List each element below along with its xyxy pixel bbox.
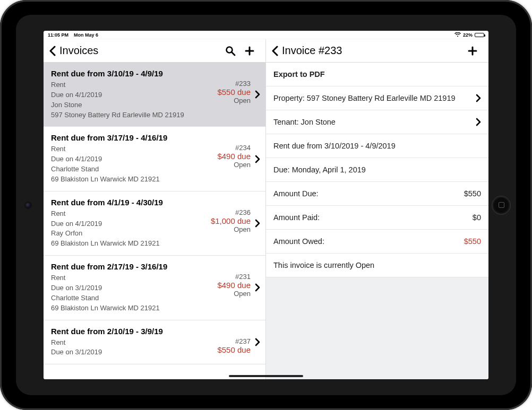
chevron-right-icon bbox=[251, 198, 260, 249]
invoice-item-tenant: Charlotte Stand bbox=[51, 293, 217, 303]
detail-title: Invoice #233 bbox=[282, 45, 342, 57]
invoice-item-category: Rent bbox=[51, 273, 217, 283]
property-label: Property: 597 Stoney Battery Rd Earlevil… bbox=[273, 94, 471, 102]
due-date-label: Due: Monday, April 1, 2019 bbox=[273, 165, 481, 174]
export-pdf-label: Export to PDF bbox=[273, 70, 481, 78]
invoice-item-due: Due on 4/1/2019 bbox=[51, 154, 217, 164]
chevron-right-icon bbox=[476, 118, 481, 126]
invoice-item-main: Rent due from 4/1/19 - 4/30/19RentDue on… bbox=[51, 198, 211, 249]
invoice-item-tenant: Ray Orfon bbox=[51, 229, 211, 239]
invoice-item-title: Rent due from 3/10/19 - 4/9/19 bbox=[51, 69, 217, 78]
invoice-item-right: #237$550 due bbox=[217, 327, 251, 358]
status-date: Mon May 6 bbox=[74, 32, 98, 38]
invoice-item-due: Due on 4/1/2019 bbox=[51, 219, 211, 229]
invoice-item-due: Due on 3/1/2019 bbox=[51, 283, 217, 293]
status-time-date: 11:05 PM Mon May 6 bbox=[48, 32, 98, 38]
invoice-item-right: #236$1,000 dueOpen bbox=[211, 198, 251, 249]
invoice-item-category: Rent bbox=[51, 144, 217, 154]
camera-dot bbox=[25, 203, 31, 208]
status-time: 11:05 PM bbox=[48, 32, 68, 38]
invoice-item-address: 69 Blakiston Ln Warwick MD 21921 bbox=[51, 239, 211, 249]
home-button[interactable] bbox=[492, 196, 511, 215]
invoice-item-amount: $550 due bbox=[217, 88, 251, 97]
invoice-item-number: #233 bbox=[217, 80, 251, 88]
amount-owed-row: Amount Owed: $550 bbox=[266, 230, 488, 254]
invoice-item-status: Open bbox=[217, 290, 251, 298]
chevron-right-icon bbox=[476, 94, 481, 102]
chevron-right-icon bbox=[251, 327, 260, 358]
invoice-item-main: Rent due from 2/17/19 - 3/16/19RentDue o… bbox=[51, 262, 217, 313]
invoice-item[interactable]: Rent due from 2/17/19 - 3/16/19RentDue o… bbox=[44, 256, 265, 320]
amount-due-row: Amount Due: $550 bbox=[266, 182, 488, 206]
invoice-item-address: 597 Stoney Battery Rd Earleville MD 2191… bbox=[51, 110, 217, 120]
home-indicator[interactable] bbox=[229, 375, 303, 377]
invoice-status-text: This invoice is currently Open bbox=[273, 261, 481, 269]
detail-back-icon[interactable] bbox=[271, 46, 279, 56]
amount-owed-label: Amount Owed: bbox=[273, 237, 464, 246]
invoice-item[interactable]: Rent due from 3/17/19 - 4/16/19RentDue o… bbox=[44, 127, 265, 191]
invoice-item-category: Rent bbox=[51, 338, 217, 348]
detail-nav: Invoice #233 bbox=[266, 39, 488, 63]
export-pdf-row[interactable]: Export to PDF bbox=[266, 63, 488, 86]
amount-paid-row: Amount Paid: $0 bbox=[266, 206, 488, 230]
amount-owed-value: $550 bbox=[464, 237, 481, 246]
invoice-item[interactable]: Rent due from 3/10/19 - 4/9/19RentDue on… bbox=[44, 63, 265, 127]
invoice-item-number: #234 bbox=[217, 144, 251, 152]
invoice-item-status: Open bbox=[217, 97, 251, 104]
invoice-item[interactable]: Rent due from 4/1/19 - 4/30/19RentDue on… bbox=[44, 191, 265, 256]
wifi-icon bbox=[454, 32, 461, 37]
tenant-label: Tenant: Jon Stone bbox=[273, 118, 471, 126]
invoice-item-amount: $490 due bbox=[217, 281, 251, 290]
add-invoice-icon[interactable] bbox=[244, 46, 260, 56]
invoice-item-due: Due on 3/1/2019 bbox=[51, 347, 217, 357]
invoice-status-row: This invoice is currently Open bbox=[266, 254, 488, 277]
invoice-item-category: Rent bbox=[51, 80, 217, 90]
period-row: Rent due from 3/10/2019 - 4/9/2019 bbox=[266, 134, 488, 158]
invoice-item-main: Rent due from 2/10/19 - 3/9/19RentDue on… bbox=[51, 327, 217, 358]
amount-paid-label: Amount Paid: bbox=[273, 213, 473, 222]
invoices-title: Invoices bbox=[59, 45, 98, 57]
due-date-row: Due: Monday, April 1, 2019 bbox=[266, 158, 488, 182]
add-detail-icon[interactable] bbox=[467, 46, 483, 56]
ipad-bezel: 11:05 PM Mon May 6 22% bbox=[16, 15, 516, 395]
invoice-item[interactable]: Rent due from 2/10/19 - 3/9/19RentDue on… bbox=[44, 320, 265, 365]
invoice-item-main: Rent due from 3/17/19 - 4/16/19RentDue o… bbox=[51, 133, 217, 184]
split-content: Invoices Rent due from 3/10/19 - 4/9/19R… bbox=[44, 39, 488, 379]
property-row[interactable]: Property: 597 Stoney Battery Rd Earlevil… bbox=[266, 86, 488, 110]
invoice-item-status: Open bbox=[217, 161, 251, 169]
chevron-right-icon bbox=[251, 133, 260, 184]
invoice-item-amount: $1,000 due bbox=[211, 216, 251, 225]
ipad-frame: 11:05 PM Mon May 6 22% bbox=[0, 0, 532, 410]
tenant-row[interactable]: Tenant: Jon Stone bbox=[266, 110, 488, 134]
status-bar: 11:05 PM Mon May 6 22% bbox=[44, 31, 488, 39]
invoice-item-main: Rent due from 3/10/19 - 4/9/19RentDue on… bbox=[51, 69, 217, 120]
invoice-item-tenant: Jon Stone bbox=[51, 100, 217, 110]
invoice-item-amount: $490 due bbox=[217, 152, 251, 161]
screen: 11:05 PM Mon May 6 22% bbox=[44, 31, 488, 379]
invoice-item-title: Rent due from 3/17/19 - 4/16/19 bbox=[51, 133, 217, 142]
invoice-item-address: 69 Blakiston Ln Warwick MD 21921 bbox=[51, 175, 217, 185]
invoice-item-address: 69 Blakiston Ln Warwick MD 21921 bbox=[51, 303, 217, 313]
invoice-list[interactable]: Rent due from 3/10/19 - 4/9/19RentDue on… bbox=[44, 63, 265, 379]
svg-line-1 bbox=[232, 52, 235, 55]
invoice-item-category: Rent bbox=[51, 209, 211, 219]
invoice-item-number: #231 bbox=[217, 273, 251, 281]
search-icon[interactable] bbox=[225, 46, 241, 56]
battery-pct: 22% bbox=[463, 32, 473, 38]
back-icon[interactable] bbox=[49, 46, 56, 56]
amount-paid-value: $0 bbox=[473, 213, 481, 222]
invoice-item-title: Rent due from 4/1/19 - 4/30/19 bbox=[51, 198, 211, 207]
chevron-right-icon bbox=[251, 262, 260, 313]
invoice-item-number: #237 bbox=[217, 337, 251, 345]
invoice-item-right: #233$550 dueOpen bbox=[217, 69, 251, 120]
invoice-item-number: #236 bbox=[211, 208, 251, 216]
period-label: Rent due from 3/10/2019 - 4/9/2019 bbox=[273, 142, 481, 150]
invoice-item-tenant: Charlotte Stand bbox=[51, 164, 217, 175]
invoice-item-amount: $550 due bbox=[217, 345, 251, 354]
amount-due-value: $550 bbox=[464, 189, 481, 198]
invoice-item-due: Due on 4/1/2019 bbox=[51, 90, 217, 100]
invoice-item-right: #234$490 dueOpen bbox=[217, 133, 251, 184]
invoice-item-status: Open bbox=[211, 225, 251, 233]
amount-due-label: Amount Due: bbox=[273, 189, 464, 198]
invoice-item-title: Rent due from 2/17/19 - 3/16/19 bbox=[51, 262, 217, 271]
